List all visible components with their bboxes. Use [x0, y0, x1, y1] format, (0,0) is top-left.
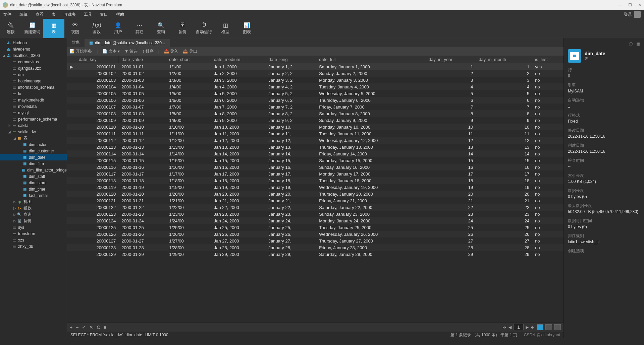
menu-窗口[interactable]: 窗口: [100, 12, 108, 17]
cell[interactable]: no: [532, 197, 564, 204]
cell[interactable]: Tuesday, January 11, 2000: [316, 130, 426, 137]
cell[interactable]: 20000109: [76, 117, 119, 124]
cell[interactable]: Jan 19, 2000: [211, 184, 266, 191]
cell[interactable]: Jan 2, 2000: [211, 70, 266, 77]
cell[interactable]: 1/13/00: [166, 144, 211, 150]
cell[interactable]: January 11,: [266, 130, 316, 137]
cell[interactable]: 20000115: [76, 157, 119, 164]
next-page-button[interactable]: ▶: [526, 325, 529, 330]
cell[interactable]: no: [532, 244, 564, 251]
cell[interactable]: 1/2/00: [166, 70, 211, 77]
cell[interactable]: 20000112: [76, 137, 119, 144]
tree-mysql[interactable]: 🗃mysql: [0, 110, 67, 116]
grid-view-button[interactable]: [537, 324, 543, 330]
cell[interactable]: Jan 14, 2000: [211, 150, 266, 157]
table-row[interactable]: 200001082000-01-081/8/00Jan 8, 2000Janua…: [67, 110, 564, 117]
cell[interactable]: 26: [476, 231, 532, 237]
data-grid[interactable]: date_keydate_valuedate_shortdate_mediumd…: [67, 56, 564, 322]
cell[interactable]: 2000-01-24: [119, 217, 166, 224]
cell[interactable]: Friday, January 28, 2000: [316, 244, 426, 251]
toolbar-连接[interactable]: 🔌连接: [0, 19, 21, 38]
cell[interactable]: 15: [426, 157, 476, 164]
table-row[interactable]: 200001122000-01-121/12/00Jan 12, 2000Jan…: [67, 137, 564, 144]
cell[interactable]: 1/3/00: [166, 77, 211, 83]
table-row[interactable]: ▶200001012000-01-011/1/00Jan 1, 2000Janu…: [67, 63, 564, 70]
cell[interactable]: 2000-01-15: [119, 157, 166, 164]
cell[interactable]: Saturday, January 22, 2000: [316, 204, 426, 211]
prev-page-button[interactable]: ◀: [508, 325, 512, 330]
cell[interactable]: Wednesday, January 19, 2000: [316, 184, 426, 191]
cell[interactable]: 23: [476, 211, 532, 217]
cell[interactable]: 2000-01-10: [119, 124, 166, 130]
cell[interactable]: 15: [476, 157, 532, 164]
toolbar-查询[interactable]: 🔍查询: [150, 19, 172, 38]
tree-sakila_dw[interactable]: ◢🗃sakila_dw: [0, 129, 67, 135]
menu-编辑[interactable]: 编辑: [19, 12, 28, 17]
cell[interactable]: 2000-01-14: [119, 150, 166, 157]
cell[interactable]: Thursday, January 6, 2000: [316, 97, 426, 104]
cell[interactable]: 2000-01-08: [119, 110, 166, 117]
cell[interactable]: 20000117: [76, 170, 119, 177]
cell[interactable]: 20000123: [76, 211, 119, 217]
cell[interactable]: Tuesday, January 4, 2000: [316, 83, 426, 90]
cell[interactable]: no: [532, 191, 564, 197]
cell[interactable]: 2000-01-03: [119, 77, 166, 83]
cancel-button[interactable]: ✕: [89, 325, 93, 330]
cell[interactable]: 1/28/00: [166, 244, 211, 251]
cell[interactable]: Jan 21, 2000: [211, 197, 266, 204]
toolbar-备份[interactable]: 🗄备份: [172, 19, 193, 38]
tree-dim_film_actor_bridge[interactable]: ▦dim_film_actor_bridge: [0, 167, 67, 173]
cell[interactable]: 20000124: [76, 217, 119, 224]
cell[interactable]: January 22,: [266, 204, 316, 211]
table-row[interactable]: 200001142000-01-141/14/00Jan 14, 2000Jan…: [67, 150, 564, 157]
cell[interactable]: 11: [476, 130, 532, 137]
cell[interactable]: 1/25/00: [166, 224, 211, 231]
cell[interactable]: 8: [426, 110, 476, 117]
cell[interactable]: 23: [426, 211, 476, 217]
tree-coronavirus[interactable]: 🗃coronavirus: [0, 59, 67, 65]
cell[interactable]: 20000102: [76, 70, 119, 77]
cell[interactable]: Jan 10, 2000: [211, 124, 266, 130]
cell[interactable]: January 8, 2: [266, 110, 316, 117]
table-row[interactable]: 200001262000-01-261/26/00Jan 26, 2000Jan…: [67, 231, 564, 237]
cell[interactable]: 2000-01-20: [119, 191, 166, 197]
cell[interactable]: 11: [426, 130, 476, 137]
cell[interactable]: 20000116: [76, 164, 119, 170]
cell[interactable]: Jan 15, 2000: [211, 157, 266, 164]
cell[interactable]: 20: [426, 191, 476, 197]
cell[interactable]: January 2, 2: [266, 70, 316, 77]
cell[interactable]: Jan 6, 2000: [211, 97, 266, 104]
col-day_in_year[interactable]: day_in_year: [426, 56, 476, 63]
cell[interactable]: no: [532, 150, 564, 157]
cell[interactable]: Jan 26, 2000: [211, 231, 266, 237]
sidebar-tree[interactable]: 🖧Hadoop🖧hivedemo◢🖧localhost_3306🗃coronav…: [0, 38, 67, 338]
cell[interactable]: no: [532, 184, 564, 191]
cell[interactable]: Jan 18, 2000: [211, 177, 266, 184]
col-date_full[interactable]: date_full: [316, 56, 426, 63]
table-row[interactable]: 200001272000-01-271/27/00Jan 27, 2000Jan…: [67, 237, 564, 244]
table-row[interactable]: 200001282000-01-281/28/00Jan 28, 2000Jan…: [67, 244, 564, 251]
cell[interactable]: 12: [426, 137, 476, 144]
cell[interactable]: no: [532, 251, 564, 258]
cell[interactable]: 20000110: [76, 124, 119, 130]
cell[interactable]: 20000105: [76, 90, 119, 97]
cell[interactable]: 1/29/00: [166, 251, 211, 258]
sort-button[interactable]: ↕ 排序: [142, 49, 153, 54]
cell[interactable]: 2000-01-23: [119, 211, 166, 217]
table-row[interactable]: 200001222000-01-221/22/00Jan 22, 2000Jan…: [67, 204, 564, 211]
cell[interactable]: Saturday, January 8, 2000: [316, 110, 426, 117]
table-row[interactable]: 200001052000-01-051/5/00Jan 5, 2000Janua…: [67, 90, 564, 97]
toolbar-视图[interactable]: 👁视图: [64, 19, 86, 38]
cell[interactable]: yes: [532, 63, 564, 70]
cell[interactable]: January 13,: [266, 144, 316, 150]
menu-工具[interactable]: 工具: [84, 12, 92, 17]
cell[interactable]: 1/20/00: [166, 191, 211, 197]
cell[interactable]: January 5, 2: [266, 90, 316, 97]
menu-帮助[interactable]: 帮助: [116, 12, 124, 17]
cell[interactable]: no: [532, 211, 564, 217]
cell[interactable]: 20000129: [76, 251, 119, 258]
table-row[interactable]: 200001042000-01-041/4/00Jan 4, 2000Janua…: [67, 83, 564, 90]
cell[interactable]: January 25,: [266, 224, 316, 231]
cell[interactable]: 10: [476, 124, 532, 130]
cell[interactable]: 1/4/00: [166, 83, 211, 90]
